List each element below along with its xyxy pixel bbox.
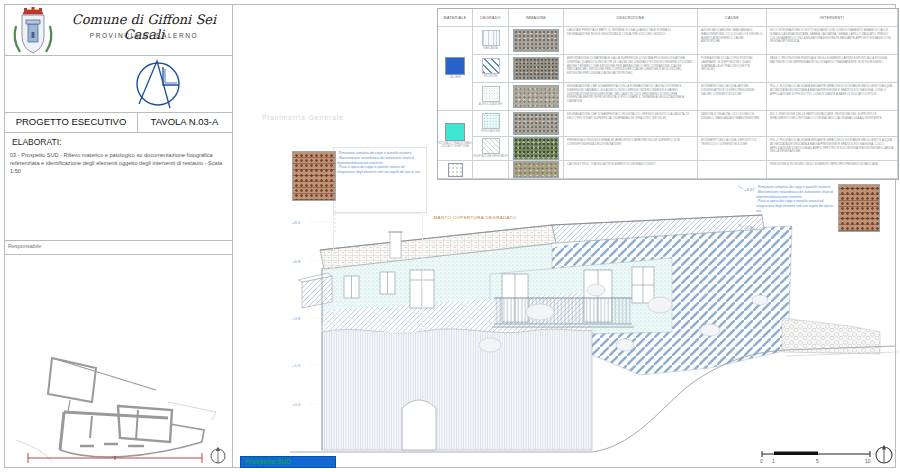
col-header-degrado: DEGRADO <box>473 9 509 27</box>
plan-dimension-line <box>28 453 202 463</box>
elevation-marker: +8.67 <box>744 187 755 192</box>
scale-tick-label: 5 <box>816 459 819 464</box>
hatch-swatch <box>482 30 500 46</box>
project-phase-label: PROGETTO ESECUTIVO <box>5 112 137 132</box>
drawing-sheet: Comune di Giffoni Sei Casali PROVINCIA D… <box>0 0 900 472</box>
planimetria-generale-label: Planimetria Generale <box>262 114 344 121</box>
degrado-photo <box>513 57 559 80</box>
architect-logo-icon <box>125 58 191 112</box>
cause-cell: MOVIMENTI DELL'ACQUA; AZIONE DISGREGATRI… <box>698 83 767 111</box>
degrado-label: ESFOLIAZIONE <box>481 130 500 133</box>
roof-photo-right <box>838 184 880 232</box>
degrado-photo <box>513 85 559 108</box>
photo-cell <box>509 55 564 83</box>
municipal-crest-icon <box>10 6 56 58</box>
col-header-immagine: IMMAGINE <box>509 9 564 27</box>
hatch-swatch <box>482 58 500 74</box>
divider <box>4 254 232 255</box>
hatch-swatch <box>482 113 500 129</box>
descrizione-cell: DEGRADAZIONE CHE SI MANIFESTA CON LA FOR… <box>564 83 698 111</box>
cause-cell: FORMAZIONE DI CALCI PIÙ POROSE; LAMINARE… <box>698 55 767 83</box>
degrado-photo <box>513 29 559 52</box>
elevation-marker: +1.5 <box>292 363 301 368</box>
material-swatch <box>445 123 465 141</box>
sheet-number-label: TAVOLA N.03-A <box>138 112 231 132</box>
elaborati-heading: ELABORATI: <box>12 137 61 147</box>
degrado-label: ALVEOLIZZAZIONE <box>479 103 502 106</box>
degrado-cell: EROSIONE <box>473 55 509 83</box>
degrado-label: MANCANZA <box>483 47 498 50</box>
cause-cell: AZIONI MECCANICHE; MANCANZA DI MANUTENZI… <box>698 27 767 55</box>
roof-degradation-label: MANTO COPERTURA DEGRADATO <box>434 215 517 220</box>
north-compass-icon <box>872 442 896 466</box>
view-caption: Prospetto SUD <box>240 456 336 468</box>
scale-tick-label: 0 <box>760 459 763 464</box>
roof-photo-left <box>292 151 336 201</box>
elevation-marker: +7.80 <box>744 225 755 230</box>
degrado-photo <box>513 112 559 135</box>
titleblock-divider <box>232 4 233 468</box>
interventi-cell: FASE 1: PROTEZIONE PUNTUALE DEGLI ELEMEN… <box>767 55 898 83</box>
photo-cell <box>509 111 564 137</box>
balcony-railing <box>492 298 634 327</box>
site-plan-sketch <box>8 350 230 468</box>
material-swatch <box>445 57 465 75</box>
col-header-cause: CAUSE <box>698 9 767 27</box>
elevation-marker: +3.8 <box>292 316 301 321</box>
scale-tick-label: 10 <box>865 459 871 464</box>
photo-placeholder-frame <box>333 213 423 333</box>
col-header-descrizione: DESCRIZIONE <box>564 9 698 27</box>
material-label: CALCARE <box>449 76 461 79</box>
descrizione-cell: ASPORTAZIONE DI MATERIALE DALLA SUPERFIC… <box>564 55 698 83</box>
roof-note-right: - Rimozione completa dei coppi e pianell… <box>756 185 834 214</box>
scale-bar: 0 1 5 10 <box>758 444 880 466</box>
descrizione-cell: DEGRADAZIONE CHE SI MANIFESTA CON DISTAC… <box>564 111 698 137</box>
col-header-materiale: MATERIALE <box>438 9 473 27</box>
arched-opening <box>402 400 436 450</box>
divider <box>4 132 232 133</box>
cause-cell: UMIDITÀ DI RISALITA; CICLI DI GELO E DIS… <box>698 111 767 137</box>
material-cell-calcare: CALCARE <box>438 27 473 111</box>
degrado-cell: ESFOLIAZIONE <box>473 111 509 137</box>
elevation-marker: +6.8 <box>292 259 301 264</box>
interventi-cell: RIC.1: RIMOZIONE DELLE PARTI DISTACCATE,… <box>767 111 898 137</box>
photo-cell <box>509 27 564 55</box>
divider <box>4 240 232 241</box>
north-compass-icon <box>211 447 225 464</box>
responsabile-label: Responsabile <box>8 243 41 249</box>
scale-tick-label: 1 <box>772 459 775 464</box>
lower-wall <box>322 329 592 450</box>
elevation-marker: +8.6 <box>292 220 301 225</box>
province-subtitle: PROVINCIA DI SALERNO <box>58 32 230 39</box>
interventi-cell: INT.1: INTEGRAZIONE DI SOTTOSQUADRI CON … <box>767 27 898 55</box>
interventi-cell: PUL.1: PULIZIA LOCALIZZATA MEDIANTE IMPA… <box>767 83 898 111</box>
elevation-marker: +0.0 <box>292 402 301 407</box>
degrado-label: EROSIONE <box>484 75 498 78</box>
roof-note-left: - Rimozione completa dei coppi e pianell… <box>337 151 421 175</box>
hatch-swatch <box>482 86 500 102</box>
col-header-interventi: INTERVENTI <box>767 9 898 27</box>
elaborati-description: 03 - Prospetto SUD - Rilievo materico e … <box>10 152 228 175</box>
degrado-cell: MANCANZA <box>473 27 509 55</box>
descrizione-cell: CADUTA E PERDITA DI PARTI. IL TERMINE SI… <box>564 27 698 55</box>
photo-cell <box>509 83 564 111</box>
degrado-cell: ALVEOLIZZAZIONE <box>473 83 509 111</box>
